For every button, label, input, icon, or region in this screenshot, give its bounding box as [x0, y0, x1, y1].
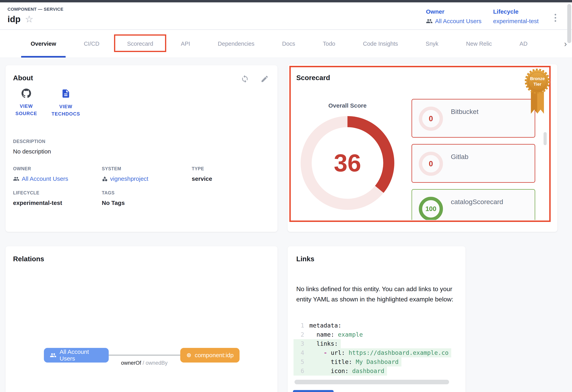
score-value: 0: [429, 160, 433, 168]
tab-docs[interactable]: Docs: [268, 30, 309, 58]
links-title: Links: [296, 255, 314, 263]
tabs-overflow-chevron-icon[interactable]: ›: [564, 30, 567, 58]
scorecard-item-bitbucket[interactable]: 0Bitbucket: [412, 99, 535, 138]
view-techdocs-button[interactable]: VIEW TECHDOCS: [48, 89, 84, 117]
about-card: About VIEW SOURCE VIEW TECHDOCS DESCRIPT…: [5, 65, 277, 232]
tab-ad[interactable]: AD: [506, 30, 541, 58]
tab-label: API: [181, 41, 190, 47]
badge-line1: Bronze: [530, 76, 545, 81]
lifecycle-value: experimental-test: [493, 18, 539, 25]
tab-code-insights[interactable]: Code Insights: [349, 30, 412, 58]
tab-dependencies[interactable]: Dependencies: [204, 30, 268, 58]
links-action-button[interactable]: [293, 390, 334, 392]
scorecard-item-gitlab[interactable]: 0Gitlab: [412, 144, 535, 183]
relation-component-label: component:idp: [195, 352, 234, 359]
owner-label: Owner: [426, 8, 481, 15]
about-title: About: [13, 74, 33, 82]
score-ring: 0: [419, 107, 443, 131]
tab-new-relic[interactable]: New Relic: [452, 30, 506, 58]
tab-scorecard[interactable]: Scorecard: [113, 30, 167, 58]
relation-node-owner[interactable]: All Account Users: [44, 348, 109, 362]
line-number: 4: [294, 348, 304, 357]
type-field-label: TYPE: [192, 166, 212, 171]
score-item-name: Gitlab: [451, 153, 468, 161]
description-value: No description: [13, 148, 51, 155]
component-chip-icon: [186, 352, 191, 359]
code-line-5: 5 title: My Dashboard: [294, 357, 458, 366]
system-icon: [102, 176, 108, 182]
lifecycle-label: Lifecycle: [493, 8, 539, 15]
owner-value: All Account Users: [435, 18, 481, 25]
code-line-4: 4 - url: https://dashboard.example.co: [294, 348, 458, 357]
line-number: 3: [294, 339, 304, 348]
score-item-name: catalogScorecard: [451, 198, 503, 206]
edit-icon[interactable]: [260, 75, 269, 84]
people-icon: [13, 176, 19, 182]
people-icon: [50, 352, 56, 359]
tags-field-value: No Tags: [102, 199, 125, 206]
owner-field-label: OWNER: [13, 166, 68, 171]
system-field-value: vigneshproject: [110, 175, 148, 182]
badge-line2: Tier: [533, 82, 541, 87]
line-number: 1: [294, 321, 304, 330]
scorecard-card: Scorecard Bronze Tier Overall Score 36 0…: [287, 64, 557, 232]
tab-label: New Relic: [466, 41, 492, 47]
bronze-tier-badge: Bronze Tier: [524, 69, 550, 118]
description-label: DESCRIPTION: [13, 139, 51, 144]
relations-title: Relations: [13, 255, 44, 263]
score-value: 0: [429, 114, 433, 123]
favorite-star-icon[interactable]: ☆: [25, 15, 33, 24]
entity-header: COMPONENT — SERVICE idp ☆ Owner All Acco…: [0, 2, 572, 30]
tab-ci-cd[interactable]: CI/CD: [70, 30, 113, 58]
tab-label: Scorecard: [127, 41, 153, 47]
code-horizontal-scrollbar[interactable]: [295, 380, 449, 384]
scorecard-item-catalogscorecard[interactable]: 100catalogScorecard: [412, 189, 535, 220]
tabs-container: OverviewCI/CDScorecardAPIDependenciesDoc…: [17, 30, 541, 58]
browser-top-strip: [0, 0, 572, 2]
refresh-icon[interactable]: [241, 75, 249, 84]
tab-label: Overview: [31, 41, 56, 47]
links-card: Links No links defined for this entity. …: [287, 246, 465, 392]
code-line-2: 2 name: example: [294, 330, 458, 339]
tab-label: CI/CD: [84, 41, 99, 47]
line-number: 6: [294, 366, 304, 376]
owner-link[interactable]: All Account Users: [426, 18, 481, 25]
system-field-link[interactable]: vigneshproject: [102, 175, 148, 182]
owner-field-value: All Account Users: [22, 175, 68, 182]
score-value: 100: [425, 205, 436, 212]
overall-score-value: 36: [334, 149, 361, 177]
more-options-icon[interactable]: [554, 13, 557, 23]
tab-overview[interactable]: Overview: [17, 30, 70, 58]
page-title: idp: [8, 14, 21, 24]
scorecard-scrollbar[interactable]: [543, 132, 547, 145]
github-icon: [22, 89, 31, 98]
page-scrollbar[interactable]: [567, 2, 572, 392]
tab-snyk[interactable]: Snyk: [412, 30, 452, 58]
scorecard-title: Scorecard: [296, 74, 330, 82]
relation-edge-label: ownerOf / ownedBy: [103, 360, 186, 366]
code-line-1: 1metadata:: [294, 321, 458, 330]
yaml-code-block: 1metadata:2 name: example3 links:4 - url…: [294, 321, 458, 376]
relation-owner-label: All Account Users: [60, 348, 103, 362]
type-field-value: service: [192, 175, 212, 182]
page-scrollbar-thumb[interactable]: [567, 4, 571, 43]
score-item-name: Bitbucket: [451, 108, 478, 115]
relation-node-component[interactable]: component:idp: [180, 348, 239, 362]
tab-label: Dependencies: [218, 41, 254, 47]
score-ring: 0: [419, 152, 443, 176]
view-source-button[interactable]: VIEW SOURCE: [12, 89, 41, 117]
line-number: 2: [294, 330, 304, 339]
overall-score-gauge: 36: [301, 116, 394, 210]
view-source-label: VIEW SOURCE: [12, 102, 41, 117]
tab-api[interactable]: API: [167, 30, 204, 58]
tab-label: Snyk: [426, 41, 438, 47]
tab-label: AD: [520, 41, 527, 47]
overall-score-label: Overall Score: [317, 102, 378, 109]
tags-field-label: TAGS: [102, 190, 125, 196]
tab-label: Code Insights: [363, 41, 398, 47]
tab-todo[interactable]: Todo: [309, 30, 349, 58]
owner-field-link[interactable]: All Account Users: [13, 175, 68, 182]
system-field-label: SYSTEM: [102, 166, 148, 171]
breadcrumb: COMPONENT — SERVICE: [8, 7, 64, 12]
people-icon: [426, 18, 433, 25]
